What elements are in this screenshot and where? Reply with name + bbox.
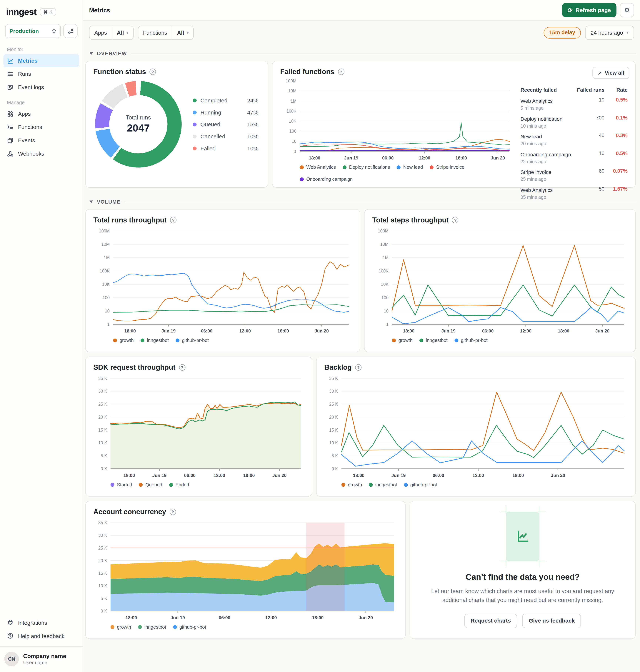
table-row[interactable]: Stripe invoice25 mins ago 60 0.07% [521,168,628,182]
legend-dot [111,483,114,487]
help-icon[interactable]: ? [355,364,362,371]
table-row[interactable]: New lead20 mins ago 40 0.3% [521,132,628,146]
svg-text:35 K: 35 K [98,520,107,525]
legend-dot [454,338,458,342]
table-row[interactable]: Deploy notification10 mins ago 700 0.1% [521,115,628,128]
table-row[interactable]: Onboarding campaign22 mins ago 10 0.5% [521,150,628,164]
avatar: CN [4,652,19,666]
time-range-selector[interactable]: 24 hours ago ▾ [585,26,634,40]
sidebar: inngest ⌘ K Production Monitor Metrics R… [0,0,83,672]
collapse-triangle-icon [89,201,93,203]
legend-dot [193,146,197,150]
functions-filter[interactable]: Functions All▾ [138,26,194,40]
sidebar-item-runs[interactable]: Runs [3,67,79,81]
function-status-donut: Total runs 2047 [95,81,182,168]
request-charts-button[interactable]: Request charts [464,613,518,628]
gear-icon: ⚙ [624,6,630,14]
nav-section-manage: Manage [7,100,79,105]
card-title: SDK request throughput [93,363,175,372]
collapse-triangle-icon [89,52,93,55]
apps-filter-label: Apps [89,26,112,39]
svg-text:25 K: 25 K [98,402,107,406]
total-runs-chart: 100M10M1M100K10K10010118:00Jun 1906:0012… [93,227,352,334]
svg-text:18:00: 18:00 [403,328,414,333]
legend-dot [113,338,117,342]
svg-text:30 K: 30 K [329,389,338,394]
refresh-page-button[interactable]: ⟳ Refresh page [562,3,616,17]
legend-dot [176,338,179,342]
help-icon[interactable]: ? [170,509,176,515]
sidebar-item-events[interactable]: Events [3,134,79,147]
svg-text:10 K: 10 K [329,441,338,445]
sidebar-item-apps[interactable]: Apps [3,107,79,120]
table-row[interactable]: Web Analytics35 mins ago 50 1.67% [521,186,628,200]
refresh-label: Refresh page [576,7,611,13]
nav-section-monitor: Monitor [7,47,79,52]
total-runs-throughput-card: Total runs throughput? 100M10M1M100K10K1… [85,209,360,352]
failed-functions-card: Failed functions? ↗View all 100M10M1M100… [272,61,636,188]
chart-legend: growth inngestbot github-pr-bot [392,338,628,343]
section-volume-label: VOLUME [97,199,121,205]
svg-text:5 K: 5 K [101,454,107,458]
help-icon[interactable]: ? [338,69,344,75]
table-row[interactable]: Web Analytics5 mins ago 10 0.5% [521,97,628,111]
sidebar-item-functions[interactable]: Functions [3,120,79,134]
sidebar-item-webhooks[interactable]: Webhooks [3,147,79,160]
search-document-icon [7,84,14,90]
help-icon[interactable]: ? [149,69,156,75]
svg-text:12:00: 12:00 [214,473,225,478]
sidebar-item-label: Functions [18,124,42,130]
svg-text:1M: 1M [291,99,296,103]
main-area: Metrics ⟳ Refresh page ⚙ Apps All▾ Funct… [83,0,640,672]
svg-text:06:00: 06:00 [201,328,213,333]
sidebar-item-label: Help and feedback [18,633,64,639]
delay-badge: 15m delay [544,27,581,38]
sidebar-item-label: Events [18,137,35,144]
settings-button[interactable]: ⚙ [620,3,634,17]
sidebar-item-label: Apps [18,111,31,117]
svg-text:15 K: 15 K [98,428,107,432]
dashboard-content: OVERVIEW Function status? Total runs 204… [83,45,640,672]
svg-text:Jun 19: Jun 19 [161,328,176,333]
svg-text:100K: 100K [100,269,110,273]
chevron-down-icon: ▾ [187,30,189,34]
help-circle-icon [7,632,14,639]
legend-dot [300,177,304,181]
svg-text:18:00: 18:00 [309,155,320,160]
functions-filter-value: All [177,29,184,36]
help-icon[interactable]: ? [170,217,177,224]
svg-text:12:00: 12:00 [265,615,277,620]
svg-text:1M: 1M [382,255,389,260]
sidebar-item-metrics[interactable]: Metrics [3,54,79,67]
legend-dot [397,165,401,169]
svg-text:10K: 10K [381,282,389,287]
function-list-icon [7,124,14,130]
give-feedback-button[interactable]: Give us feedback [522,613,581,628]
legend-dot [404,483,408,487]
account-menu[interactable]: CN Company name User name [0,646,83,672]
logo-row: inngest ⌘ K [0,0,83,20]
card-title: Account concurrency [93,508,166,516]
sidebar-item-event-logs[interactable]: Event logs [3,81,79,94]
legend-item: Failed10% [193,145,258,152]
apps-filter[interactable]: Apps All▾ [89,26,133,40]
svg-text:12:00: 12:00 [520,328,532,333]
environment-selector[interactable]: Production [5,24,61,38]
svg-text:18:00: 18:00 [312,615,323,620]
divider [131,53,636,54]
svg-text:5 K: 5 K [332,454,338,458]
section-overview[interactable]: OVERVIEW [89,51,636,57]
svg-text:06:00: 06:00 [482,328,494,333]
help-icon[interactable]: ? [179,364,185,371]
environment-filter-button[interactable] [63,24,77,38]
sidebar-item-integrations[interactable]: Integrations [3,616,79,629]
svg-text:15 K: 15 K [329,428,338,432]
chart-document-icon [506,512,539,561]
help-icon[interactable]: ? [452,217,459,224]
apps-grid-icon [7,110,14,117]
view-all-button[interactable]: ↗View all [593,67,629,79]
company-name: Company name [23,653,66,659]
sidebar-item-help[interactable]: Help and feedback [3,629,79,643]
legend-dot [169,483,173,487]
svg-text:18:00: 18:00 [126,615,137,620]
